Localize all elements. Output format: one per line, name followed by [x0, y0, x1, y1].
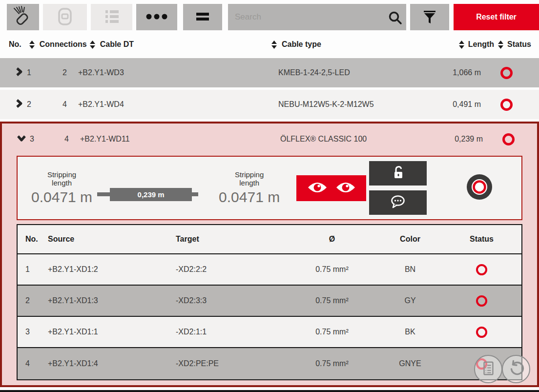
search-icon [388, 10, 402, 27]
connection-row[interactable]: 3 +B2.Y1-XD1:1 -XD2:1:1 0.75 mm² BK [18, 317, 521, 348]
chevron-right-icon[interactable] [15, 67, 23, 79]
row-cable-dt: +B2.Y1-WD3 [78, 68, 278, 77]
comment-icon [390, 195, 406, 211]
row-no: 2 [27, 100, 31, 109]
stripping-length-label: Stripping length [43, 170, 81, 187]
more-options-icon [145, 13, 168, 22]
cable-module-button[interactable] [43, 4, 87, 30]
col-no: No. [9, 40, 21, 49]
undo-icon [507, 360, 525, 379]
cable-cross-section-icon [466, 173, 493, 203]
equals-icon [196, 12, 209, 22]
conn-target: -XD2:1:1 [176, 328, 288, 336]
sort-cable-type-icon[interactable] [271, 41, 277, 49]
sort-connections-icon[interactable] [90, 41, 95, 49]
status-ring-icon [476, 327, 487, 338]
expanded-cable-section: 3 4 +B2.Y1-WD11 ÖLFLEX® CLASSIC 100 0,23… [0, 122, 539, 387]
unlock-button[interactable] [369, 161, 427, 186]
sort-length-icon[interactable] [459, 41, 464, 49]
row-length: 0,239 m [417, 135, 490, 144]
sort-no-icon[interactable] [29, 41, 35, 49]
cable-module-icon [55, 6, 75, 28]
connection-row[interactable]: 1 +B2.Y1-XD1:2 -XD2:2:2 0.75 mm² BN [18, 254, 521, 286]
chevron-down-icon[interactable] [17, 134, 26, 144]
row-connections: 2 [51, 68, 78, 77]
table-row[interactable]: 2 4 +B2.Y1-WD4 NEBU-M12W5-K-2-M12W5 0,49… [0, 90, 539, 119]
col-status: Status [444, 235, 519, 244]
conn-diameter: 0.75 mm² [288, 328, 376, 336]
conn-no: 2 [18, 296, 48, 305]
conn-source: +B2.Y1-XD1:2 [48, 265, 176, 274]
conn-color: BN [376, 265, 444, 274]
status-ring-icon [476, 295, 487, 307]
stripping-length-right: Stripping length 0.0471 m [219, 170, 280, 206]
conn-source: +B2.Y1-XD1:3 [48, 296, 176, 305]
copy-list-button[interactable] [474, 355, 502, 383]
row-length: 0,491 m [415, 100, 488, 109]
conn-color: BK [376, 328, 444, 336]
sort-status-icon[interactable] [498, 41, 503, 49]
row-no: 3 [30, 135, 34, 144]
connections-table: No. Source Target Ø Color Status 1 +B2.Y… [17, 224, 522, 380]
cable-length-bar: 0,239 m [110, 188, 192, 201]
wire-stripper-button[interactable] [7, 4, 39, 30]
comment-button[interactable] [369, 190, 427, 215]
status-ring-icon [500, 67, 513, 79]
col-diameter: Ø [288, 235, 376, 244]
conn-diameter: 0.75 mm² [288, 359, 376, 368]
connection-row[interactable]: 2 +B2.Y1-XD1:3 -XD2:3:3 0.75 mm² GY [18, 286, 521, 317]
row-length: 1,066 m [415, 68, 488, 77]
chevron-right-icon[interactable] [15, 99, 23, 110]
connection-list-icon [102, 6, 122, 28]
col-connections: Connections [40, 40, 87, 49]
conn-no: 3 [18, 328, 48, 336]
col-target: Target [176, 235, 288, 244]
toolbar: Reset filter [7, 4, 539, 30]
stripping-length-left: Stripping length 0.0471 m [31, 170, 92, 206]
status-ring-icon [502, 133, 515, 145]
connections-table-header: No. Source Target Ø Color Status [18, 225, 521, 254]
row-connections: 4 [53, 135, 80, 144]
conn-no: 1 [18, 265, 48, 274]
status-ring-icon [476, 264, 487, 275]
conn-target: -XD2:PE:PE [176, 359, 288, 368]
undo-button[interactable] [502, 355, 530, 383]
status-ring-icon [500, 99, 513, 111]
row-no: 1 [27, 68, 31, 77]
connection-list-button[interactable] [91, 4, 132, 30]
col-cable-dt: Cable DT [100, 40, 134, 49]
row-cable-dt: +B2.Y1-WD11 [80, 135, 280, 144]
conn-diameter: 0.75 mm² [288, 296, 376, 305]
conn-no: 4 [18, 359, 48, 368]
conn-color: GNYE [376, 359, 444, 368]
table-row[interactable]: 1 2 +B2.Y1-WD3 KMEB-1-24-2,5-LED 1,066 m [0, 58, 539, 87]
row-cable-type: KMEB-1-24-2,5-LED [278, 68, 415, 77]
eye-icon [335, 181, 356, 195]
more-options-button[interactable] [136, 4, 177, 30]
row-cable-type: NEBU-M12W5-K-2-M12W5 [278, 100, 415, 109]
floating-actions [475, 355, 530, 383]
col-source: Source [48, 235, 176, 244]
cable-length-graphic: 0,239 m [97, 188, 198, 201]
search-field [228, 4, 406, 30]
stripping-length-value: 0.0471 m [31, 189, 92, 206]
eye-icon [307, 181, 328, 195]
cable-detail-panel: Stripping length 0.0471 m 0,239 m Stripp… [17, 156, 522, 220]
col-length: Length [468, 40, 494, 49]
conn-color: GY [376, 296, 444, 305]
conn-target: -XD2:3:3 [176, 296, 288, 305]
connection-row[interactable]: 4 +B2.Y1-XD1:4 -XD2:PE:PE 0.75 mm² GNYE [18, 348, 521, 379]
search-input[interactable] [228, 4, 406, 30]
filter-icon [421, 8, 438, 26]
col-color: Color [376, 235, 444, 244]
reset-filter-button[interactable]: Reset filter [454, 4, 539, 30]
view-both-ends-button[interactable] [296, 175, 366, 201]
stripping-length-value: 0.0471 m [219, 189, 280, 206]
main-table-header: No. Connections Cable DT Cable type Leng… [0, 33, 539, 56]
col-status: Status [507, 40, 531, 49]
table-row-expanded[interactable]: 3 4 +B2.Y1-WD11 ÖLFLEX® CLASSIC 100 0,23… [2, 124, 537, 154]
filter-button[interactable] [410, 4, 449, 30]
conn-diameter: 0.75 mm² [288, 265, 376, 274]
col-no: No. [18, 235, 48, 244]
equals-view-button[interactable] [183, 4, 222, 30]
